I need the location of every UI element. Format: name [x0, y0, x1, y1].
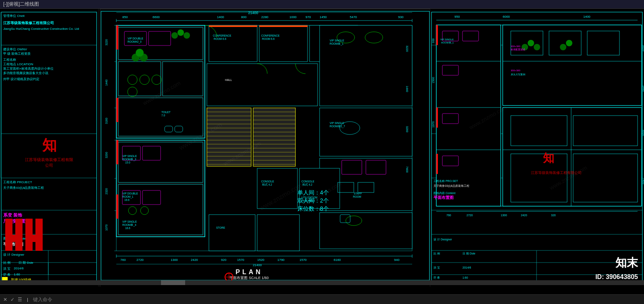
svg-text:1000: 1000 [289, 15, 297, 19]
zhimo-logo-text: 知末 [615, 255, 638, 271]
svg-rect-78 [320, 25, 412, 106]
svg-text:ROOM: ROOM [353, 195, 361, 198]
svg-text:7400: 7400 [642, 178, 644, 184]
svg-rect-186 [209, 25, 257, 27]
company-cn: 江苏等级装饰装修工程有限公司 [3, 21, 95, 26]
svg-text:CONSOLE: CONSOLE [261, 180, 274, 183]
horizontal-scrollbar[interactable] [0, 280, 644, 285]
svg-text:TOILET: TOILET [161, 111, 171, 114]
svg-rect-183 [116, 98, 118, 122]
svg-text:1440: 1440 [642, 85, 644, 92]
svg-rect-274 [436, 25, 438, 45]
zhimo-brand: 知末 [615, 255, 638, 271]
svg-text:STAFF: STAFF [354, 192, 362, 195]
svg-text:ROOM单_3: ROOM单_3 [122, 158, 136, 161]
svg-rect-184 [116, 140, 118, 164]
svg-text:3200: 3200 [105, 152, 108, 158]
svg-text:1300: 1300 [171, 258, 178, 262]
svg-text:970: 970 [305, 15, 311, 19]
right-title-block-panel: 950 6000 1400 [430, 9, 644, 287]
info-block: 建设单位 OWNV 甲 级 装饰工程资质 工程名称 工程地点 LOCATION … [3, 47, 95, 81]
svg-text:930: 930 [432, 38, 435, 43]
svg-rect-275 [436, 108, 438, 128]
svg-rect-213 [503, 25, 642, 105]
svg-text:7400: 7400 [406, 166, 409, 173]
svg-text:6160: 6160 [334, 258, 341, 262]
svg-point-234 [528, 40, 534, 46]
svg-text:2720: 2720 [136, 258, 144, 262]
svg-rect-182 [116, 25, 118, 50]
svg-text:1450: 1450 [320, 15, 327, 19]
svg-text:5470: 5470 [350, 15, 357, 19]
svg-text:工程名称 PRO.SET: 工程名称 PRO.SET [433, 180, 458, 182]
svg-text:16.6: 16.6 [125, 227, 130, 230]
svg-text:1300: 1300 [501, 214, 507, 217]
command-bar: ✕ ✓ ☰ | [0, 294, 644, 304]
svg-text:300+300: 300+300 [511, 69, 520, 72]
svg-text:ROOM#2_0: ROOM#2_0 [128, 40, 142, 43]
id-label: ID: 390643805 [595, 273, 638, 281]
svg-text:760: 760 [120, 258, 126, 262]
svg-point-235 [534, 44, 540, 50]
svg-text:STORE: STORE [216, 226, 225, 229]
svg-text:2720: 2720 [466, 214, 473, 217]
svg-point-237 [566, 40, 572, 46]
svg-point-194 [178, 29, 184, 36]
svg-text:1400: 1400 [583, 15, 590, 19]
svg-text:PLAN: PLAN [235, 269, 263, 275]
wor34-label [3, 215, 43, 265]
svg-text:6600: 6600 [153, 15, 160, 19]
scrollbar-thumb[interactable] [161, 280, 185, 285]
svg-text:VIP SINGLE: VIP SINGLE [330, 39, 345, 42]
separator: | [27, 297, 28, 302]
svg-text:1570: 1570 [299, 258, 307, 262]
svg-text:930: 930 [398, 15, 404, 19]
svg-rect-39 [118, 62, 161, 96]
svg-text:VIP SINGLE: VIP SINGLE [122, 155, 137, 157]
svg-text:和式 4.2: 和式 4.2 [302, 183, 312, 186]
logo-icon: 知 [25, 136, 74, 155]
svg-rect-187 [259, 25, 308, 27]
svg-rect-18 [25, 235, 43, 242]
svg-text:850: 850 [122, 15, 128, 19]
svg-text:设 计 Designer: 设 计 Designer [433, 238, 452, 241]
check-icon[interactable]: ✓ [10, 297, 14, 302]
svg-text:1970: 1970 [432, 121, 435, 128]
svg-text:和式 4.2: 和式 4.2 [262, 183, 272, 186]
svg-text:1070: 1070 [105, 224, 108, 231]
svg-text:1570: 1570 [237, 258, 244, 262]
svg-text:7.0: 7.0 [161, 114, 165, 117]
close-icon[interactable]: ✕ [3, 297, 7, 302]
svg-point-193 [171, 32, 178, 39]
svg-text:洪 宝: 洪 宝 [433, 266, 440, 269]
svg-rect-15 [15, 219, 23, 251]
company-block: 管理单位 Cheit 江苏等级装饰装修工程有限公司 JiangSu HuiCha… [3, 14, 95, 31]
svg-rect-81 [320, 108, 412, 156]
svg-text:3160: 3160 [105, 118, 108, 124]
menu-icon[interactable]: ☰ [18, 297, 22, 302]
svg-text:300+300: 300+300 [511, 45, 520, 48]
svg-text:ROOM单_1: ROOM单_1 [441, 41, 454, 44]
svg-text:ROOM单2_7: ROOM单2_7 [330, 125, 345, 128]
company-name-logo: 江苏等级装饰装修工程有限公司 [25, 157, 74, 168]
svg-text:HALL: HALL [225, 79, 232, 81]
command-input[interactable] [33, 297, 154, 302]
svg-rect-214 [503, 108, 642, 206]
svg-text:19.6: 19.6 [124, 199, 130, 201]
svg-rect-276 [436, 154, 438, 174]
svg-text:VIP DOUBLE: VIP DOUBLE [128, 37, 144, 40]
svg-point-192 [136, 49, 144, 57]
svg-text:CONSOLE: CONSOLE [301, 180, 314, 183]
svg-rect-41 [118, 98, 203, 136]
main-drawing-area: 管理单位 Cheit 江苏等级装饰装修工程有限公司 JiangSu HuiCha… [0, 9, 644, 295]
svg-text:6000: 6000 [503, 15, 510, 19]
svg-text:2420: 2420 [521, 214, 527, 217]
svg-text:15.0: 15.0 [125, 161, 130, 164]
svg-text:2420: 2420 [191, 258, 198, 262]
logo-area: 知 江苏等级装饰装修工程有限公司 [25, 136, 74, 168]
svg-text:800: 800 [241, 15, 247, 19]
svg-text:2014/6: 2014/6 [462, 266, 471, 269]
svg-text:920: 920 [221, 258, 227, 262]
svg-text:床头大写案例: 床头大写案例 [511, 73, 525, 76]
svg-text:ROOM单_1: ROOM单_1 [330, 42, 344, 45]
